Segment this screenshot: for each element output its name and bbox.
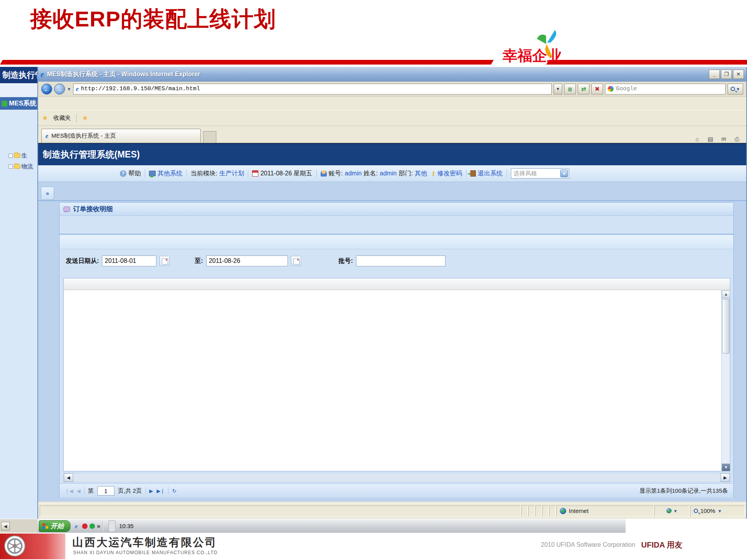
background-scroll-strip: ◀ [0,519,37,533]
stop-button[interactable]: ✖ [591,84,603,94]
back-button[interactable]: ← [41,84,52,94]
collapse-box-icon[interactable]: - [9,154,13,158]
home-icon[interactable]: ⌂ ▾ [693,136,701,143]
scroll-up-icon[interactable]: ▲ [722,290,730,298]
security-zone-cell: Internet [556,506,654,516]
favorites-star-icon[interactable]: ★ [42,114,48,122]
caret-icon: ▼ [673,509,678,513]
tab-favicon-icon: e [46,133,48,139]
favorites-label[interactable]: 收藏夹 [53,114,71,122]
change-password-link[interactable]: ⚷ 修改密码 [431,170,462,178]
folder-icon [14,153,20,158]
url-input[interactable]: e http://192.168.9.150/MES/main.html [73,84,552,94]
batch-input[interactable] [356,256,445,266]
sidebar-collapse-button[interactable]: » [41,187,54,200]
next-page-button[interactable]: ▶ [149,488,153,494]
company-name-en: SHAN XI DAYUN AUTOMOBILE MANUFACTURES CO… [73,550,217,555]
start-button[interactable]: 开始 [39,520,70,532]
action-toolbar [60,235,733,249]
browser-statusbar: Internet ▼ 100% ▼ [38,503,746,518]
panel-header: 订单接收明细 [60,203,733,216]
protected-mode-cell[interactable]: ▼ [654,506,689,516]
date-to-input[interactable] [206,256,288,266]
separator [466,170,466,177]
compatibility-view-button[interactable]: ▦ [564,84,576,94]
screen: 接收ERP的装配上线计划 幸福企业 制造执行管 MES系统 - 生 - [0,0,747,560]
folder-icon [14,164,20,169]
zoom-control[interactable]: 100% ▼ [690,506,745,516]
sidebar-item-mes-system[interactable]: MES系统 [0,97,38,110]
search-input[interactable]: Google [605,84,726,94]
style-select[interactable]: 选择风格 ▼ [511,168,569,178]
page-number-input[interactable] [97,486,114,495]
help-label: 帮助 [128,170,141,178]
other-systems-link[interactable]: 其他系统 [149,170,182,178]
date-from-input[interactable] [102,256,156,266]
add-favorite-icon[interactable]: ★ [82,114,88,122]
url-dropdown-button[interactable]: ▼ [554,84,562,94]
order-receive-panel: 订单接收明细 发送日期从: 至: 批号: [59,202,734,498]
module-value[interactable]: 生产计划 [219,170,244,178]
refresh-grid-icon[interactable]: ↻ [172,488,176,494]
calendar-picker-icon[interactable] [160,256,170,266]
tree-folder[interactable]: - 物流 [0,161,38,172]
separator [168,487,168,495]
refresh-button[interactable]: ⇄ [578,84,589,94]
calendar-icon [252,170,258,177]
scroll-left-icon[interactable]: ◀ [1,522,10,530]
scroll-left-icon[interactable]: ◀ [64,473,73,482]
calendar-picker-icon[interactable] [291,256,301,266]
browser-titlebar[interactable]: e MES制造执行系统 - 主页 - Windows Internet Expl… [38,67,746,82]
prev-page-button[interactable]: ◀ [77,488,81,494]
name-label: 姓名: [364,170,378,178]
minimize-button[interactable]: _ [709,70,720,79]
pinwheel-logo-icon [534,28,559,60]
vertical-scrollbar[interactable]: ▲ ▼ [721,290,730,471]
status-cell [528,506,535,516]
separator [84,487,84,495]
mes-app-title: 制造执行管理系统(MES) [43,149,140,161]
last-page-button[interactable]: ▶❘ [157,488,165,494]
help-link[interactable]: ? 帮助 [120,170,141,178]
scrollbar-thumb[interactable] [722,299,729,354]
browser-tab[interactable]: e MES制造执行系统 - 主页 [41,129,201,143]
quicklaunch-icon[interactable] [89,523,95,529]
key-icon: ⚷ [431,170,435,177]
logout-label: 退出系统 [478,170,503,178]
nav-history-caret-icon[interactable]: ▼ [67,87,71,91]
tree-folder[interactable]: - 生 [0,150,38,161]
tree-folder-label: 生 [21,152,27,159]
other-systems-label: 其他系统 [158,170,182,178]
quicklaunch-icon[interactable] [82,523,88,529]
collapse-box-icon[interactable]: - [9,164,13,169]
first-page-button[interactable]: ❘◀ [65,488,73,494]
sidebar-item-label: MES系统 [9,97,37,110]
pagination-bar: ❘◀ ◀ 第 页,共 2页 ▶ ▶❘ ↻ 显示第1条到100条记录,一共135条 [60,483,733,498]
module-label: 当前模块: [191,170,217,178]
scroll-down-icon[interactable]: ▼ [722,464,730,471]
logout-link[interactable]: 退出系统 [470,170,503,178]
address-bar: ← → ▼ e http://192.168.9.150/MES/main.ht… [38,82,746,96]
close-button[interactable]: ✕ [733,70,744,79]
search-button[interactable]: ▼ [728,84,743,94]
account-value: admin [345,170,362,177]
record-count-info: 显示第1条到100条记录,一共135条 [639,487,728,495]
horizontal-scrollbar[interactable]: ◀ ▶ [63,473,730,482]
scroll-right-icon[interactable]: ▶ [721,473,730,482]
date-text: 2011-08-26 星期五 [260,170,312,178]
restore-button[interactable]: ❐ [721,70,732,79]
print-icon[interactable]: ⎙ ▾ [733,136,741,143]
url-text: http://192.168.9.150/MES/main.html [81,86,200,92]
user-icon [321,170,327,177]
batch-label: 批号: [338,257,353,265]
quicklaunch-ie-icon[interactable]: e [72,522,80,530]
bubble-icon [63,206,70,212]
new-tab-button[interactable] [203,131,216,143]
quicklaunch-overflow-icon[interactable]: » [97,523,100,530]
feeds-icon[interactable]: ▤ ▾ [707,136,714,143]
menu-bar [38,96,746,110]
forward-button[interactable]: → [54,84,65,94]
zoom-value: 100% [700,508,715,514]
separator [248,170,248,177]
read-mail-icon[interactable]: ✉ [720,136,728,143]
